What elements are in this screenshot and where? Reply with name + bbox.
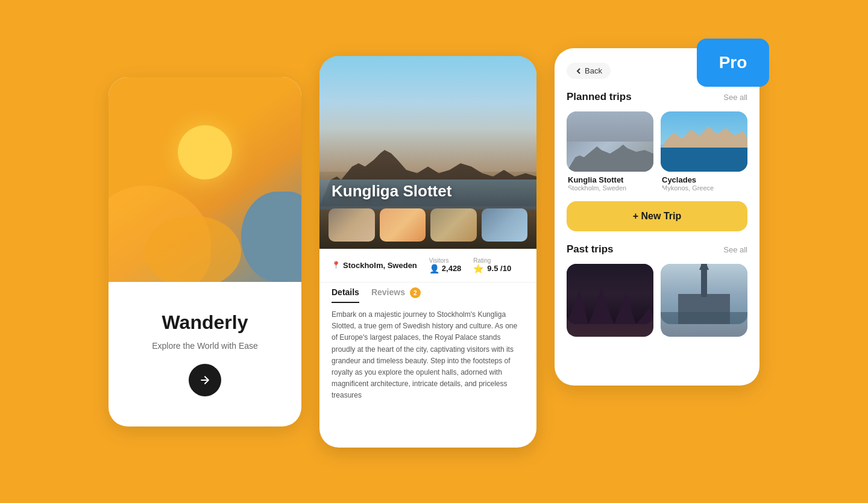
past-trips-title: Past trips <box>567 243 613 255</box>
wanderly-subtitle: Explore the World with Ease <box>152 341 258 351</box>
planned-trips-header: Planned trips See all <box>567 91 747 103</box>
visitors-stat: Visitors 👤 2,428 <box>429 257 462 273</box>
past-see-all[interactable]: See all <box>723 245 747 254</box>
planned-trip-2[interactable]: Cyclades Mykonos, Greece <box>661 111 747 192</box>
reviews-badge: 2 <box>410 287 421 298</box>
wanderly-splash-card: Wanderly Explore the World with Ease <box>108 77 301 426</box>
location-text: Stockholm, Sweden <box>343 261 417 270</box>
rating-stat: Rating ⭐ 9.5 /10 <box>473 257 511 273</box>
get-started-button[interactable] <box>189 364 221 396</box>
tab-details[interactable]: Details <box>332 287 359 304</box>
place-info-bar: 📍 Stockholm, Sweden Visitors 👤 2,428 Rat… <box>319 249 536 283</box>
planned-trip-2-name: Cyclades <box>661 175 747 184</box>
place-title: Kungliga Slottet <box>332 182 451 201</box>
visitors-value: 2,428 <box>442 264 462 273</box>
cyclades-waves <box>661 148 747 172</box>
location-info: 📍 Stockholm, Sweden <box>332 261 417 270</box>
past-trips-header: Past trips See all <box>567 243 747 255</box>
rating-value: 9.5 /10 <box>487 264 511 273</box>
past-trip-2[interactable]: Cork City Gaol <box>661 264 747 337</box>
wanderly-hero-area <box>108 77 301 282</box>
sun-decoration <box>178 125 232 180</box>
past-trips-grid: Prague Castle Cork City Gaol <box>567 264 747 337</box>
palace-sky <box>567 111 653 142</box>
past-trip-1-name: Prague Castle <box>567 328 653 337</box>
wanderly-content-area: Wanderly Explore the World with Ease <box>108 282 301 426</box>
planned-trip-1-location: Stockholm, Sweden <box>567 184 653 192</box>
planned-trip-1-name: Kunglia Stottet <box>567 175 653 184</box>
my-trips-card: Pro Back My Trips Planned trips See all <box>555 48 760 386</box>
planned-trip-1[interactable]: Kunglia Stottet Stockholm, Sweden <box>567 111 653 192</box>
thumb-2[interactable] <box>380 208 426 242</box>
wave-decoration-3 <box>145 216 241 282</box>
kungliga-detail-card: Kungliga Slottet 📍 Stockholm, Sweden Vis… <box>319 56 536 448</box>
planned-trips-grid: Kunglia Stottet Stockholm, Sweden Cyclad… <box>567 111 747 192</box>
location-pin-icon: 📍 <box>332 261 341 269</box>
planned-see-all[interactable]: See all <box>723 93 747 102</box>
detail-tabs: Details Reviews 2 <box>319 283 536 304</box>
page-container: Wanderly Explore the World with Ease Kun… <box>0 0 868 503</box>
kungliga-hero: Kungliga Slottet <box>319 56 536 249</box>
place-description: Embark on a majestic journey to Stockhol… <box>319 303 536 448</box>
visitors-label: Visitors <box>429 257 449 264</box>
past-trip-1[interactable]: Prague Castle <box>567 264 653 337</box>
back-label: Back <box>585 66 602 75</box>
planned-trip-2-location: Mykonos, Greece <box>661 184 747 192</box>
wanderly-title: Wanderly <box>162 311 248 334</box>
past-trip-2-name: Cork City Gaol <box>661 328 747 337</box>
thumb-4[interactable] <box>482 208 528 242</box>
rating-label: Rating <box>473 257 491 264</box>
new-trip-button[interactable]: + New Trip <box>567 201 747 231</box>
thumbnail-strip <box>329 208 527 242</box>
thumb-3[interactable] <box>430 208 477 242</box>
wave-decoration-2 <box>241 192 301 282</box>
planned-trip-2-image <box>661 111 747 172</box>
pro-badge[interactable]: Pro <box>697 39 769 87</box>
thumb-1[interactable] <box>329 208 375 242</box>
planned-trip-1-image <box>567 111 653 172</box>
planned-trips-title: Planned trips <box>567 91 632 103</box>
tab-reviews[interactable]: Reviews 2 <box>371 287 421 304</box>
back-button[interactable]: Back <box>567 63 611 79</box>
